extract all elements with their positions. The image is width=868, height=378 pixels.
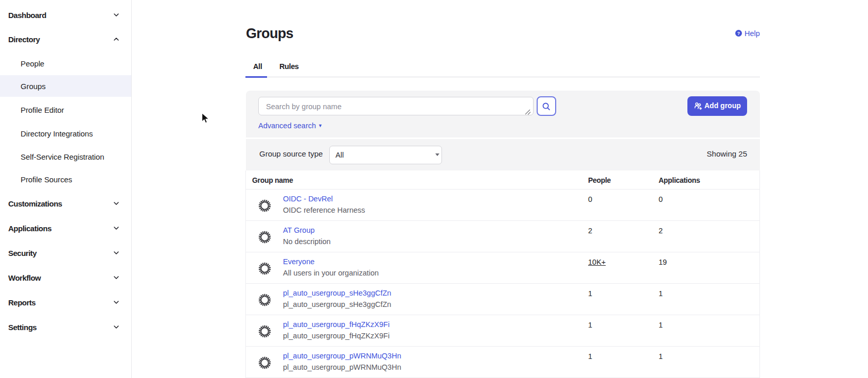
svg-text:?: ? <box>737 31 740 36</box>
